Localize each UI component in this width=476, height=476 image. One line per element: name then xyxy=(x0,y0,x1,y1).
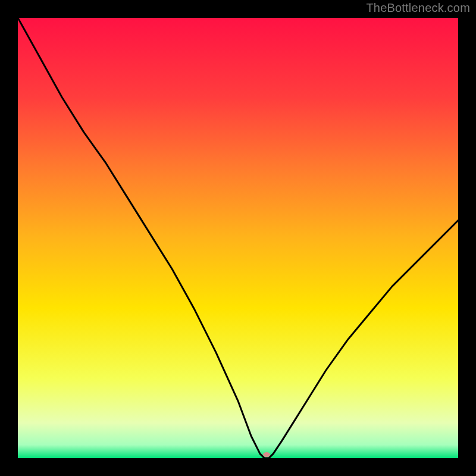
sweet-spot-marker xyxy=(263,452,270,457)
watermark-text: TheBottleneck.com xyxy=(366,1,470,15)
chart-background xyxy=(18,18,458,458)
chart-frame: TheBottleneck.com xyxy=(0,0,476,476)
chart-svg xyxy=(18,18,458,458)
chart-plot xyxy=(18,18,458,458)
